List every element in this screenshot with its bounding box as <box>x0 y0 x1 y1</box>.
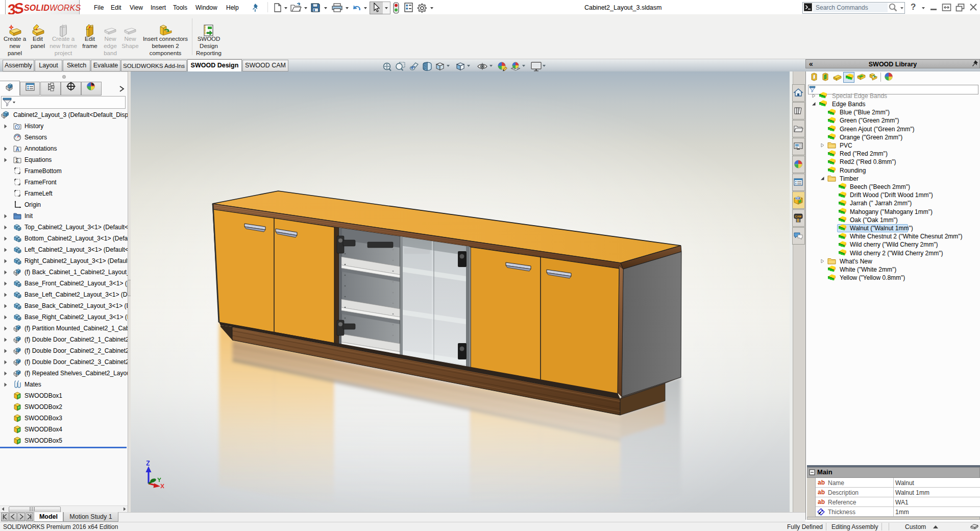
svg-text:CAM: CAM <box>795 215 802 218</box>
svg-text:SD: SD <box>796 197 800 200</box>
svg-text:A: A <box>16 147 19 152</box>
svg-text:Σ: Σ <box>16 158 19 163</box>
